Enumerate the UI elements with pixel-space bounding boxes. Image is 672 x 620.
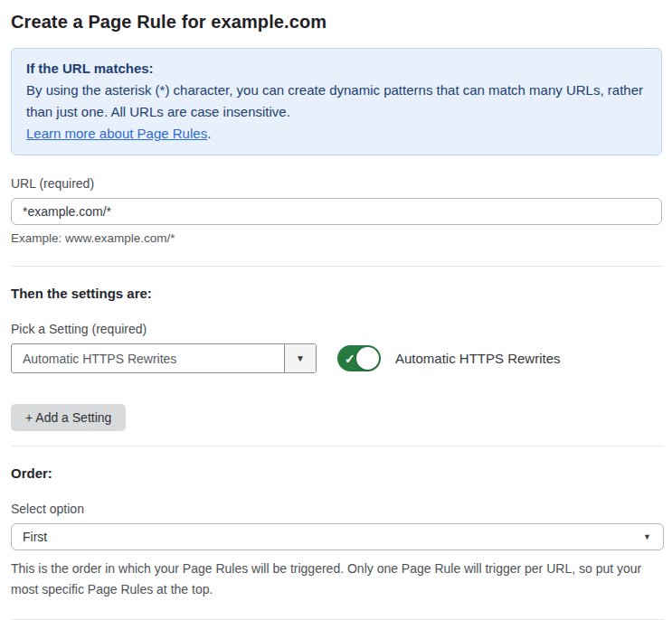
page-rule-form: Create a Page Rule for example.com If th… <box>0 0 672 620</box>
setting-picker-row: Automatic HTTPS Rewrites ▼ ✓ Automatic H… <box>11 343 662 373</box>
add-setting-button[interactable]: + Add a Setting <box>11 404 126 431</box>
page-title: Create a Page Rule for example.com <box>11 12 662 33</box>
info-box-link-line: Learn more about Page Rules. <box>26 123 647 145</box>
check-icon: ✓ <box>345 352 355 364</box>
order-help-text: This is the order in which your Page Rul… <box>11 559 664 600</box>
link-period: . <box>207 126 211 141</box>
learn-more-link[interactable]: Learn more about Page Rules <box>26 126 207 141</box>
order-select-label: Select option <box>11 502 662 516</box>
url-field-label: URL (required) <box>11 176 662 191</box>
order-section-heading: Order: <box>11 465 662 481</box>
chevron-down-icon: ▼ <box>296 353 305 363</box>
toggle-knob <box>356 347 379 370</box>
url-input[interactable] <box>11 198 662 225</box>
pick-setting-label: Pick a Setting (required) <box>11 322 662 336</box>
setting-dropdown[interactable]: Automatic HTTPS Rewrites ▼ <box>11 343 317 373</box>
setting-dropdown-arrow-button[interactable]: ▼ <box>284 344 316 372</box>
https-rewrites-toggle[interactable]: ✓ <box>337 345 381 371</box>
order-select-value: First <box>23 530 47 544</box>
url-example-hint: Example: www.example.com/* <box>11 231 662 245</box>
info-box-body: By using the asterisk (*) character, you… <box>26 80 647 123</box>
settings-section-heading: Then the settings are: <box>11 286 662 301</box>
info-box-heading: If the URL matches: <box>26 58 647 80</box>
url-matches-info-box: If the URL matches: By using the asteris… <box>11 48 662 155</box>
divider <box>11 266 664 267</box>
setting-dropdown-value: Automatic HTTPS Rewrites <box>12 344 284 372</box>
divider <box>11 446 664 446</box>
order-select[interactable]: First ▼ <box>11 523 664 550</box>
setting-toggle-wrap: ✓ Automatic HTTPS Rewrites <box>337 345 561 371</box>
chevron-down-icon: ▼ <box>643 532 651 541</box>
toggle-label: Automatic HTTPS Rewrites <box>395 351 561 366</box>
